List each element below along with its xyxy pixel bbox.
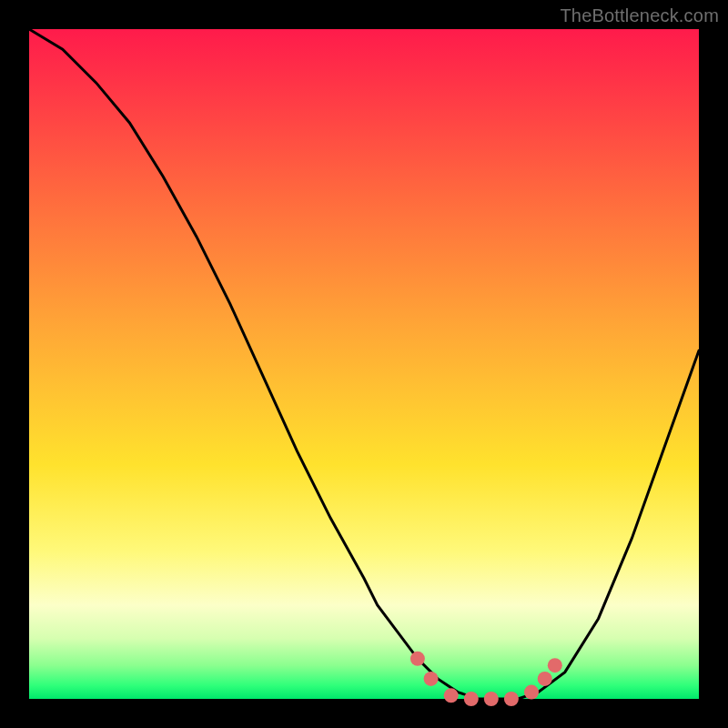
optimal-band-right-3 — [548, 658, 562, 672]
optimal-band-bottom-2 — [464, 692, 479, 706]
optimal-band-right-2 — [538, 672, 552, 686]
optimal-band-left-2 — [424, 672, 439, 686]
optimal-band-markers — [410, 652, 562, 706]
optimal-band-bottom-4 — [504, 692, 519, 706]
optimal-band-bottom-3 — [484, 692, 499, 706]
optimal-band-bottom-1 — [444, 688, 459, 703]
bottleneck-curve-svg — [29, 29, 699, 699]
watermark-text: TheBottleneck.com — [560, 5, 719, 26]
optimal-band-left-1 — [410, 652, 425, 666]
optimal-band-right-1 — [524, 685, 539, 700]
bottleneck-curve — [29, 29, 699, 699]
plot-area — [29, 29, 699, 699]
chart-frame: TheBottleneck.com — [0, 0, 728, 728]
